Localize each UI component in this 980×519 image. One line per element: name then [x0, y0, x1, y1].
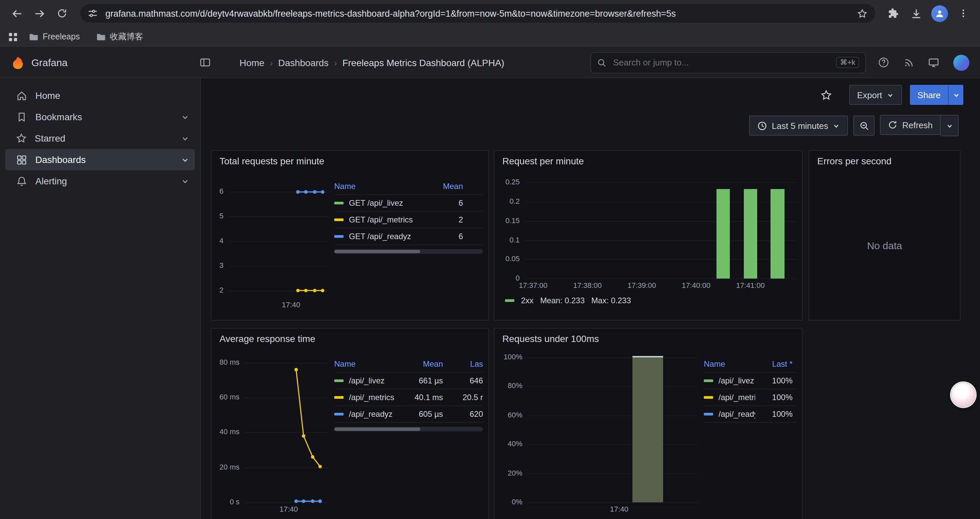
zoom-out-button[interactable]: [854, 115, 875, 136]
search-box[interactable]: ⌘+k: [590, 52, 866, 73]
legend-series-name[interactable]: 2xx: [521, 296, 533, 305]
panel-title[interactable]: Request per minute: [494, 151, 802, 168]
scrollbar-thumb[interactable]: [334, 428, 421, 431]
bar: [716, 189, 730, 279]
legend-column-header[interactable]: Name: [334, 182, 428, 191]
downloads-icon[interactable]: [906, 3, 926, 23]
sidebar-item-alerting[interactable]: Alerting: [5, 170, 195, 192]
gridline: [528, 473, 697, 474]
bookmark-folder-blogs[interactable]: 收藏博客: [91, 29, 148, 45]
legend-column-header[interactable]: Last *: [755, 359, 792, 369]
user-avatar[interactable]: [953, 54, 969, 70]
legend-series-name[interactable]: GET /api/_metrics: [349, 215, 413, 224]
news-rss-icon[interactable]: [903, 57, 914, 68]
panel-title[interactable]: Total requests per minute: [212, 151, 488, 168]
dashboard-content: Export Share Last 5 minutes: [201, 78, 980, 519]
y-tick-label: 0 s: [230, 498, 240, 506]
url-bar[interactable]: [80, 4, 875, 23]
grafana-logo[interactable]: [11, 55, 25, 70]
legend-series-name[interactable]: /api/_readyz: [349, 409, 393, 419]
y-tick-label: 20 ms: [220, 463, 240, 471]
bookmark-folder-freeleaps[interactable]: Freeleaps: [23, 30, 85, 44]
apps-grid-icon[interactable]: [8, 32, 18, 42]
refresh-button[interactable]: Refresh: [880, 115, 941, 135]
line-chart: [245, 349, 328, 502]
legend-column-header[interactable]: Mean: [428, 182, 463, 191]
help-icon[interactable]: [878, 57, 889, 68]
extensions-icon[interactable]: [883, 3, 903, 23]
legend-row: /api/_metrics40.1 ms20.5 r: [334, 390, 483, 406]
legend-series-name[interactable]: /api/_livez: [349, 376, 385, 385]
legend-row: /api/_livez100%: [704, 373, 797, 390]
floating-assistant-avatar[interactable]: [951, 383, 975, 407]
chart-plot-area[interactable]: [525, 175, 797, 278]
browser-menu-icon[interactable]: [953, 3, 973, 23]
dashboards-grid-icon: [16, 154, 27, 165]
time-range-picker[interactable]: Last 5 minutes: [749, 115, 848, 136]
chart-plot-area[interactable]: [245, 349, 328, 502]
gridline: [528, 415, 697, 416]
browser-toolbar: [0, 0, 980, 27]
sidebar-item-dashboards[interactable]: Dashboards: [5, 149, 195, 170]
sidebar-item-starred[interactable]: Starred: [5, 128, 195, 149]
forward-icon[interactable]: [29, 3, 49, 23]
panel-title[interactable]: Requests under 100ms: [494, 329, 802, 346]
legend-series-name[interactable]: /api/_metrics: [349, 393, 394, 402]
sidebar-item-home[interactable]: Home: [5, 85, 195, 106]
sidebar-item-bookmarks[interactable]: Bookmarks: [5, 106, 195, 128]
y-tick-label: 0.15: [505, 216, 520, 224]
legend-max-stat: Max: 0.233: [592, 296, 631, 305]
favorite-star-icon[interactable]: [820, 89, 832, 101]
legend-value: 20.5 r: [443, 393, 483, 402]
legend-column-header[interactable]: Las: [443, 359, 483, 369]
series-color-indicator: [505, 299, 514, 302]
legend-series-name[interactable]: /api/_livez: [719, 376, 754, 385]
chart-plot-area[interactable]: [229, 171, 328, 298]
legend-column-header[interactable]: Mean: [406, 359, 443, 369]
panel-title[interactable]: Errors per second: [809, 151, 960, 168]
bookmark-icon: [16, 111, 27, 123]
legend-mean-stat: Mean: 0.233: [540, 296, 584, 305]
share-button[interactable]: Share: [910, 85, 948, 105]
chevron-down-icon[interactable]: [181, 134, 189, 143]
browser-profile-avatar[interactable]: [931, 5, 948, 22]
y-tick-label: 0.25: [505, 178, 520, 186]
back-icon[interactable]: [7, 3, 27, 23]
chevron-down-icon[interactable]: [181, 155, 189, 164]
legend-series-name[interactable]: GET /api/_livez: [349, 198, 403, 208]
site-settings-icon[interactable]: [88, 9, 97, 18]
refresh-interval-dropdown[interactable]: [941, 115, 959, 136]
y-tick-label: 2: [220, 286, 223, 294]
legend-series-name[interactable]: /api/_metrics: [719, 393, 755, 402]
url-input[interactable]: [104, 8, 851, 19]
legend-value: 40.1 ms: [406, 393, 443, 402]
y-tick-label: 60 ms: [220, 393, 240, 401]
star-icon: [16, 133, 27, 144]
share-dropdown-button[interactable]: [948, 85, 963, 105]
chevron-down-icon[interactable]: [181, 177, 189, 185]
legend-horizontal-scrollbar[interactable]: [334, 249, 483, 254]
y-tick-label: 0%: [512, 498, 522, 506]
monitor-icon[interactable]: [928, 57, 939, 68]
scrollbar-thumb[interactable]: [334, 250, 421, 253]
search-input[interactable]: [612, 57, 830, 68]
y-tick-label: 60%: [508, 411, 522, 419]
dock-menu-icon[interactable]: [199, 57, 211, 68]
chevron-down-icon[interactable]: [181, 113, 189, 121]
panel-title[interactable]: Average response time: [212, 329, 488, 346]
legend-series-name[interactable]: GET /api/_readyz: [349, 232, 411, 241]
legend-series-name[interactable]: /api/_readyz: [719, 409, 755, 419]
legend-column-header[interactable]: Name: [334, 359, 406, 369]
search-icon: [597, 58, 606, 67]
breadcrumb-home[interactable]: Home: [240, 57, 264, 68]
bookmark-star-icon[interactable]: [857, 8, 867, 18]
reload-icon[interactable]: [52, 3, 72, 23]
chart-plot-area[interactable]: [528, 349, 697, 502]
export-button[interactable]: Export: [849, 85, 902, 105]
breadcrumb-dashboards[interactable]: Dashboards: [278, 57, 329, 68]
legend-value: 6: [428, 232, 463, 241]
legend-column-header[interactable]: Name: [704, 359, 755, 369]
x-tick-label: 17:40: [282, 300, 300, 308]
panel-requests-under-100ms: Requests under 100ms 100%80%60%40%20%0% …: [494, 328, 803, 519]
legend-horizontal-scrollbar[interactable]: [334, 427, 483, 431]
